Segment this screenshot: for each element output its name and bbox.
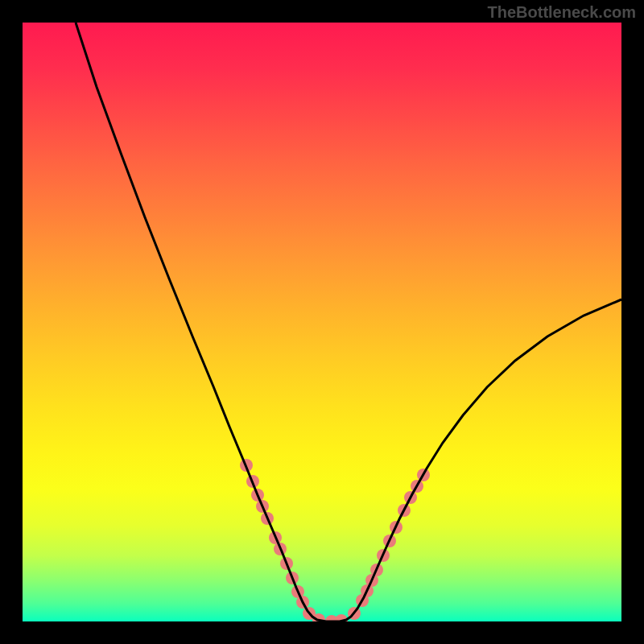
curve-layer (0, 0, 644, 644)
watermark-text: TheBottleneck.com (488, 3, 636, 22)
data-dots-group (240, 459, 430, 628)
bottleneck-chart: TheBottleneck.com (0, 0, 644, 644)
bottleneck-curve (76, 23, 621, 621)
